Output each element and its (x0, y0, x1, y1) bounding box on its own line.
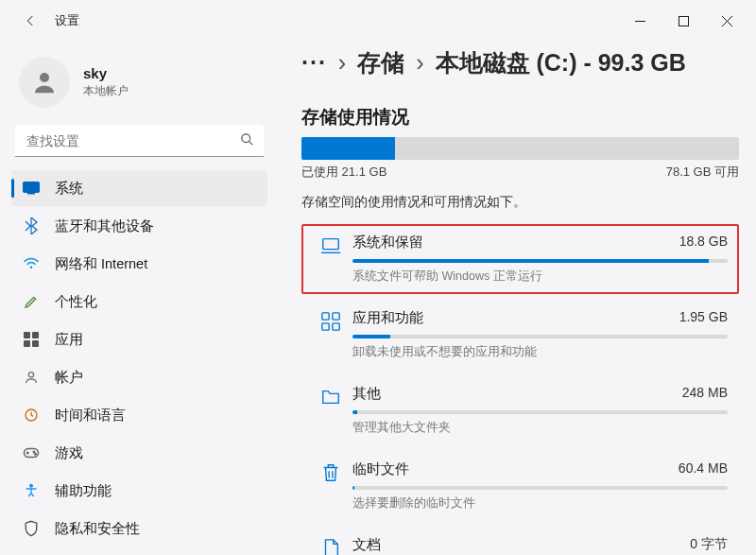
minimize-button[interactable] (618, 6, 662, 36)
nav-item-time-language[interactable]: 时间和语言 (11, 397, 267, 433)
doc-icon (309, 536, 352, 555)
svg-point-17 (33, 451, 35, 453)
back-button[interactable] (17, 8, 43, 34)
usage-free-text: 78.1 GB 可用 (666, 164, 739, 181)
overall-usage-bar (301, 137, 739, 160)
titlebar: 设置 (0, 0, 756, 42)
category-title: 文档 (352, 536, 690, 554)
storage-category-item[interactable]: 应用和功能 1.95 GB 卸载未使用或不想要的应用和功能 (301, 300, 739, 370)
maximize-icon (679, 16, 689, 26)
svg-rect-24 (333, 323, 339, 330)
trash-icon (309, 460, 352, 512)
breadcrumb-sep: › (416, 49, 423, 77)
avatar (19, 57, 70, 108)
svg-rect-23 (322, 323, 329, 330)
sidebar: sky 本地帐户 系统 蓝牙和其他设备 网络和 Int (0, 42, 279, 555)
breadcrumb-sep: › (338, 49, 346, 77)
clock-icon (23, 407, 40, 424)
main-content: ··· › 存储 › 本地磁盘 (C:) - 99.3 GB 存储使用情况 已使… (279, 42, 756, 555)
user-block[interactable]: sky 本地帐户 (11, 51, 267, 125)
user-account: 本地帐户 (83, 83, 129, 99)
breadcrumb-more[interactable]: ··· (301, 49, 327, 77)
nav-label: 蓝牙和其他设备 (55, 217, 154, 235)
breadcrumb-current: 本地磁盘 (C:) - 99.3 GB (436, 47, 686, 78)
category-sub: 管理其他大文件夹 (352, 420, 728, 436)
category-size: 1.95 GB (679, 309, 728, 327)
nav-label: 辅助功能 (55, 482, 112, 500)
breadcrumb-parent[interactable]: 存储 (357, 47, 404, 78)
svg-rect-13 (32, 340, 39, 347)
category-size: 60.4 MB (679, 460, 728, 478)
category-title: 临时文件 (352, 460, 679, 478)
category-bar (352, 335, 728, 338)
nav-item-bluetooth[interactable]: 蓝牙和其他设备 (11, 208, 267, 244)
user-icon (30, 68, 59, 96)
category-sub: 选择要删除的临时文件 (352, 495, 728, 512)
category-sub: 系统文件可帮助 Windows 正常运行 (352, 269, 728, 285)
wifi-icon (23, 255, 40, 272)
category-bar (352, 410, 728, 414)
category-title: 系统和保留 (352, 234, 679, 251)
svg-point-4 (40, 73, 49, 82)
nav-item-network[interactable]: 网络和 Internet (11, 246, 267, 282)
category-size: 0 字节 (690, 536, 728, 554)
bluetooth-icon (23, 217, 40, 234)
window-controls (618, 6, 748, 36)
svg-rect-21 (322, 313, 329, 320)
nav-item-gaming[interactable]: 游戏 (11, 435, 267, 471)
window-title: 设置 (55, 12, 79, 29)
laptop-icon (309, 234, 352, 285)
svg-point-5 (242, 134, 250, 143)
storage-category-item[interactable]: 临时文件 60.4 MB 选择要删除的临时文件 (301, 451, 739, 521)
apps-icon (23, 331, 40, 348)
category-title: 应用和功能 (352, 309, 679, 327)
search-icon (240, 132, 254, 149)
nav-item-accounts[interactable]: 帐户 (11, 359, 267, 395)
category-size: 18.8 GB (679, 234, 728, 251)
search-box (15, 125, 264, 157)
svg-rect-12 (24, 340, 30, 347)
svg-point-19 (30, 484, 33, 487)
category-list: 系统和保留 18.8 GB 系统文件可帮助 Windows 正常运行 应用和功能… (301, 224, 739, 555)
nav: 系统 蓝牙和其他设备 网络和 Internet 个性化 应用 (11, 166, 267, 555)
nav-label: 应用 (55, 331, 83, 349)
storage-category-item[interactable]: 其他 248 MB 管理其他大文件夹 (301, 375, 739, 445)
user-name: sky (83, 65, 129, 81)
usage-desc: 存储空间的使用情况和可用情况如下。 (301, 194, 739, 211)
category-bar (352, 486, 728, 490)
overall-usage-fill (301, 137, 395, 160)
svg-point-9 (30, 267, 32, 269)
category-bar (352, 259, 728, 263)
nav-label: 帐户 (55, 369, 83, 387)
nav-item-personalization[interactable]: 个性化 (11, 284, 267, 320)
accessibility-icon (23, 482, 40, 499)
nav-label: 游戏 (55, 444, 83, 462)
nav-label: 系统 (55, 180, 83, 198)
nav-label: 时间和语言 (55, 407, 126, 425)
nav-label: 隐私和安全性 (55, 520, 140, 538)
minimize-icon (635, 16, 645, 26)
storage-category-item[interactable]: 系统和保留 18.8 GB 系统文件可帮助 Windows 正常运行 (301, 224, 739, 294)
close-icon (722, 16, 732, 26)
breadcrumb: ··· › 存储 › 本地磁盘 (C:) - 99.3 GB (301, 42, 739, 94)
shield-icon (23, 520, 40, 537)
svg-rect-10 (24, 332, 30, 338)
arrow-left-icon (23, 13, 38, 28)
nav-item-system[interactable]: 系统 (11, 170, 267, 206)
user-icon (23, 369, 40, 386)
close-button[interactable] (705, 6, 748, 36)
folder-icon (309, 385, 352, 436)
svg-rect-7 (24, 182, 40, 193)
nav-item-accessibility[interactable]: 辅助功能 (11, 473, 267, 509)
svg-rect-11 (32, 332, 39, 338)
svg-line-6 (249, 141, 252, 145)
storage-category-item[interactable]: 文档 0 字节 管理“文档”文件夹 (301, 527, 739, 555)
svg-rect-22 (333, 313, 339, 320)
svg-rect-20 (323, 239, 339, 250)
grid-icon (309, 309, 352, 360)
nav-item-apps[interactable]: 应用 (11, 321, 267, 357)
maximize-button[interactable] (662, 6, 705, 36)
nav-label: 网络和 Internet (55, 255, 147, 273)
nav-item-privacy[interactable]: 隐私和安全性 (11, 511, 267, 546)
search-input[interactable] (15, 125, 264, 157)
